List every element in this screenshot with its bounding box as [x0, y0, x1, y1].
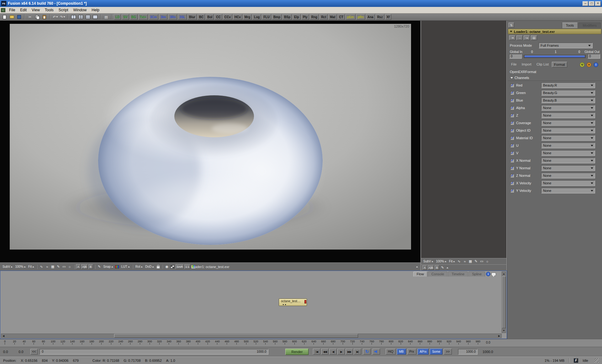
- viewer-options-dropdown[interactable]: [446, 267, 449, 268]
- channel-checkbox[interactable]: [510, 91, 514, 95]
- layout-grid-button[interactable]: [77, 14, 84, 20]
- cut-button[interactable]: ✂: [27, 14, 33, 20]
- channel-checkbox[interactable]: [510, 99, 514, 102]
- smooth-resize-button[interactable]: SmR: [176, 264, 184, 269]
- ellipse-tool-icon[interactable]: ○: [67, 264, 72, 269]
- tool-shortcut-button[interactable]: Txt+: [138, 14, 148, 20]
- flow-tab[interactable]: Console: [428, 272, 447, 277]
- viewer-right[interactable]: SubV 100% Fit ∿ ≈ ▦ ✎ ▭ ○ A A|B B: [421, 21, 507, 271]
- waveform-icon[interactable]: ∿: [39, 264, 44, 269]
- quality-toggle[interactable]: >>: [444, 349, 452, 355]
- tool-shortcut-button[interactable]: Rsz: [376, 14, 384, 20]
- subview-dropdown[interactable]: SubV: [2, 265, 13, 268]
- composition-icon[interactable]: C: [1, 8, 5, 12]
- channel-checkbox[interactable]: [510, 114, 514, 117]
- view-b-button[interactable]: B: [88, 264, 93, 269]
- tool-shortcut-button[interactable]: Ply: [301, 14, 309, 20]
- channel-dropdown[interactable]: None: [541, 128, 595, 133]
- annotate-icon[interactable]: ✎: [440, 265, 445, 270]
- menu-item[interactable]: File: [7, 7, 18, 13]
- channel-dropdown[interactable]: None: [541, 180, 595, 186]
- copy-button[interactable]: [34, 14, 40, 20]
- tool-shortcut-button[interactable]: FLU: [262, 14, 271, 20]
- channel-checkbox[interactable]: [510, 174, 514, 177]
- range-end-field[interactable]: 1000.0: [458, 349, 478, 355]
- global-in-field[interactable]: 0: [509, 54, 522, 59]
- forward-icon[interactable]: →: [516, 35, 523, 40]
- channel-dropdown[interactable]: Beauty.G: [541, 90, 595, 96]
- layout-custom-button[interactable]: [92, 14, 98, 20]
- tool-shortcut-button[interactable]: 3Cm: [149, 14, 159, 20]
- tool-shortcut-button[interactable]: Blur: [187, 14, 197, 20]
- viewer-left[interactable]: 1280x720 SubV 100% Fit ∿ ≈ ▦ ✎ ▭ ○: [0, 21, 421, 271]
- flow-tab[interactable]: Timeline: [448, 272, 468, 277]
- process-mode-dropdown[interactable]: Full Frames: [539, 43, 593, 48]
- scroll-up-icon[interactable]: ▲: [502, 272, 506, 276]
- pass-through-icon[interactable]: ⇥: [509, 35, 515, 40]
- layout-single-button[interactable]: [70, 14, 77, 20]
- snap-dropdown[interactable]: Snap: [103, 265, 114, 268]
- tool-shortcut-button[interactable]: CT: [338, 14, 345, 20]
- redo-button[interactable]: ↷: [59, 14, 66, 20]
- channel-checkbox[interactable]: [510, 129, 514, 132]
- comment-icon[interactable]: [491, 272, 496, 276]
- render-canvas[interactable]: 1280x720: [10, 24, 411, 250]
- tool-shortcut-button[interactable]: CCv: [223, 14, 232, 20]
- tool-shortcut-button[interactable]: Mrg: [243, 14, 252, 20]
- channel-checkbox[interactable]: [510, 84, 514, 87]
- roi-dropdown[interactable]: RoI: [135, 265, 144, 268]
- viewer-options-dropdown[interactable]: [415, 266, 419, 267]
- tool-shortcut-button[interactable]: Log: [252, 14, 261, 20]
- transport-button[interactable]: ▶▶: [346, 349, 353, 355]
- ellipse-tool-icon[interactable]: ○: [485, 259, 490, 264]
- tool-shortcut-button[interactable]: 3Im: [159, 14, 167, 20]
- node-octane-test[interactable]: octane_test....: [279, 298, 307, 306]
- flow-vertical-scrollbar[interactable]: ▲ ▼: [502, 272, 506, 333]
- zoom-dropdown[interactable]: 100%: [14, 265, 27, 268]
- tool-shortcut-button[interactable]: 3Rn: [168, 14, 177, 20]
- undo-button[interactable]: ↶: [52, 14, 59, 20]
- flow-vscroll-thumb[interactable]: [502, 276, 506, 328]
- rectangle-tool-icon[interactable]: ▭: [479, 259, 484, 264]
- global-out-field[interactable]: 0: [588, 54, 600, 59]
- tool-shortcut-button[interactable]: 3SL: [178, 14, 187, 20]
- tool-shortcut-button[interactable]: SV: [122, 14, 129, 20]
- open-comp-button[interactable]: [8, 14, 15, 20]
- transport-button[interactable]: ▶|: [354, 349, 361, 355]
- info-icon[interactable]: i: [594, 62, 598, 67]
- lut-grid-icon[interactable]: ▦: [50, 264, 55, 269]
- node-view-dots[interactable]: [283, 304, 286, 305]
- channel-checkbox[interactable]: [510, 182, 514, 185]
- channel-dropdown[interactable]: None: [541, 113, 595, 118]
- curve-icon[interactable]: ≈: [45, 264, 50, 269]
- tool-header[interactable]: Loader1: octane_test.exr: [508, 29, 601, 34]
- flow-horizontal-scrollbar[interactable]: ◀ ▶: [1, 334, 502, 338]
- save-comp-button[interactable]: [16, 14, 22, 20]
- histogram-icon[interactable]: [191, 264, 196, 269]
- channel-dropdown[interactable]: Beauty.B: [541, 98, 595, 103]
- motion-blur-icon[interactable]: ↝: [524, 35, 530, 40]
- collapse-caret-icon[interactable]: [510, 31, 512, 32]
- channel-dropdown[interactable]: None: [541, 135, 595, 141]
- fit-dropdown[interactable]: Fit: [448, 260, 456, 263]
- rectangle-tool-icon[interactable]: ▭: [61, 264, 66, 269]
- channel-checkbox[interactable]: [510, 144, 514, 147]
- lut-dropdown[interactable]: LUT: [120, 265, 131, 268]
- render-range-bar[interactable]: 0 1000.0: [40, 349, 268, 355]
- quality-toggle[interactable]: APrx: [418, 349, 429, 355]
- channel-checkbox[interactable]: [510, 121, 514, 125]
- subview-dropdown[interactable]: SubV: [422, 260, 434, 263]
- tool-shortcut-button[interactable]: pEm: [346, 14, 356, 20]
- quality-toggle[interactable]: Prx: [407, 349, 416, 355]
- lock-icon[interactable]: [156, 264, 161, 269]
- tool-shortcut-button[interactable]: Rng: [310, 14, 319, 20]
- view-b-button[interactable]: B: [435, 265, 439, 270]
- dod-dropdown[interactable]: DoD: [144, 265, 155, 268]
- channel-dropdown[interactable]: None: [541, 143, 595, 148]
- view-ab-button[interactable]: A|B: [81, 264, 87, 269]
- menu-item[interactable]: Tools: [42, 7, 56, 13]
- info-icon[interactable]: i: [486, 272, 490, 276]
- channel-dropdown[interactable]: None: [541, 165, 595, 171]
- view-a-button[interactable]: A: [422, 265, 427, 270]
- new-comp-button[interactable]: [1, 14, 8, 20]
